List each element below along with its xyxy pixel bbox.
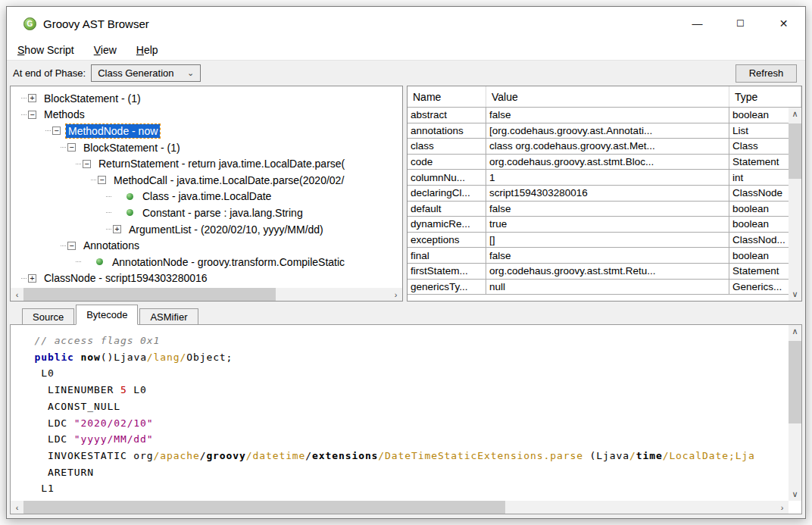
table-row-dynamicre-[interactable]: dynamicRe...trueboolean xyxy=(408,217,789,233)
tree-item-label: MethodNode - now xyxy=(66,124,160,138)
collapse-icon[interactable]: − xyxy=(67,242,76,250)
menu-help[interactable]: Help xyxy=(132,42,163,58)
tree-item-annotationnode[interactable]: AnnotationNode - groovy.transform.Compil… xyxy=(11,254,402,270)
tree-guide-line xyxy=(21,98,27,98)
tree-hscroll-track[interactable] xyxy=(23,288,389,301)
table-row-abstract[interactable]: abstractfalseboolean xyxy=(408,108,789,123)
scroll-left-icon[interactable]: ‹ xyxy=(11,288,23,301)
tree-item-methodcall[interactable]: −MethodCall - java.time.LocalDate.parse(… xyxy=(11,172,402,189)
tree-item-returnstatement[interactable]: −ReturnStatement - return java.time.Loca… xyxy=(11,155,402,172)
code-vertical-scrollbar[interactable]: ∧ ∨ xyxy=(789,325,801,501)
maximize-button[interactable]: ☐ xyxy=(719,7,762,40)
table-row-code[interactable]: codeorg.codehaus.groovy.ast.stmt.Bloc...… xyxy=(408,155,789,170)
collapse-icon[interactable]: − xyxy=(28,111,36,119)
expand-icon[interactable]: + xyxy=(28,274,36,283)
tree-item-label: AnnotationNode - groovy.transform.Compil… xyxy=(110,255,347,269)
tree-guide-line xyxy=(106,196,111,197)
table-cell: dynamicRe... xyxy=(408,217,486,232)
table-cell: [org.codehaus.groovy.ast.Annotati... xyxy=(486,123,729,139)
tree-item-label: MethodCall - java.time.LocalDate.parse(2… xyxy=(111,173,346,187)
code-line: INVOKESTATIC org/apache/groovy/datetime/… xyxy=(21,448,789,464)
tree-item-label: ClassNode - script1594303280016 xyxy=(42,271,210,285)
table-row-genericsty-[interactable]: genericsTy...nullGenerics... xyxy=(408,280,789,295)
tree-leaf-icon xyxy=(126,209,133,216)
menubar: Show ScriptViewHelp xyxy=(7,40,805,60)
properties-table-panel: NameValueType abstractfalsebooleanannota… xyxy=(407,86,802,302)
table-cell: null xyxy=(486,280,729,295)
tab-asmifier[interactable]: ASMifier xyxy=(139,308,198,325)
table-row-declaringcl-[interactable]: declaringCl...script1594303280016ClassNo… xyxy=(408,186,789,202)
collapse-icon[interactable]: − xyxy=(52,127,61,135)
code-horizontal-scrollbar[interactable]: ‹ › xyxy=(11,501,789,514)
tree-item-blockstatement[interactable]: +BlockStatement - (1) xyxy=(11,90,402,107)
table-cell: Class xyxy=(729,139,789,154)
main-area: +BlockStatement - (1)−Methods−MethodNode… xyxy=(7,86,805,518)
expand-icon[interactable]: + xyxy=(113,225,121,233)
maximize-icon: ☐ xyxy=(736,18,745,29)
code-hscroll-thumb[interactable] xyxy=(23,501,505,514)
collapse-icon[interactable]: − xyxy=(67,143,76,152)
tree-item-label: ArgumentList - (2020/02/10, yyyy/MM/dd) xyxy=(126,223,326,236)
table-row-annotations[interactable]: annotations[org.codehaus.groovy.ast.Anno… xyxy=(408,123,789,139)
refresh-button[interactable]: Refresh xyxy=(735,64,797,83)
tree-item-constant[interactable]: Constant - parse : java.lang.String xyxy=(11,205,402,221)
column-header-type[interactable]: Type xyxy=(729,86,801,107)
chevron-down-icon: ⌄ xyxy=(187,68,194,78)
table-vscroll-track[interactable] xyxy=(789,120,801,288)
table-row-final[interactable]: finalfalseboolean xyxy=(408,248,789,264)
bytecode-view[interactable]: // access flags 0x1 public now()Ljava/la… xyxy=(11,325,789,501)
tab-source[interactable]: Source xyxy=(22,308,74,325)
table-vscroll-thumb[interactable] xyxy=(789,123,801,179)
code-line: ARETURN xyxy=(21,464,789,481)
table-cell: List xyxy=(729,123,789,139)
tree-item-classnode[interactable]: +ClassNode - script1594303280016 xyxy=(11,270,402,287)
table-row-columnnu-[interactable]: columnNu...1int xyxy=(408,170,789,186)
phase-combobox[interactable]: Class Generation ⌄ xyxy=(91,64,201,82)
table-cell: boolean xyxy=(729,108,789,123)
scroll-right-icon[interactable]: › xyxy=(389,288,402,301)
table-vertical-scrollbar[interactable]: ∧ ∨ xyxy=(789,108,801,301)
properties-table-header: NameValueType xyxy=(408,86,801,108)
close-button[interactable]: ✕ xyxy=(762,7,805,40)
menu-show-script[interactable]: Show Script xyxy=(13,42,79,58)
table-row-firststatem-[interactable]: firstStatem...org.codehaus.groovy.ast.st… xyxy=(408,264,789,280)
code-line: ACONST_NULL xyxy=(21,398,789,415)
tab-bytecode[interactable]: Bytecode xyxy=(76,305,138,325)
tree-guide-line xyxy=(45,130,51,131)
tree-item-methodnode[interactable]: −MethodNode - now xyxy=(11,123,402,139)
table-cell: Statement xyxy=(729,264,789,279)
code-vscroll-track[interactable] xyxy=(789,338,801,488)
scroll-left-icon[interactable]: ‹ xyxy=(11,501,23,514)
table-row-class[interactable]: classclass org.codehaus.groovy.ast.Met..… xyxy=(408,139,789,155)
ast-tree: +BlockStatement - (1)−Methods−MethodNode… xyxy=(11,86,402,288)
tree-item-argumentlist[interactable]: +ArgumentList - (2020/02/10, yyyy/MM/dd) xyxy=(11,221,402,238)
table-cell: false xyxy=(486,202,729,217)
scroll-down-icon[interactable]: ∨ xyxy=(789,488,801,501)
code-vscroll-thumb[interactable] xyxy=(789,341,801,423)
tree-item-class[interactable]: Class - java.time.LocalDate xyxy=(11,189,402,205)
table-cell: code xyxy=(408,155,486,170)
code-hscroll-track[interactable] xyxy=(23,501,776,514)
expand-icon[interactable]: + xyxy=(28,94,36,102)
tree-item-label: Annotations xyxy=(81,239,142,252)
scroll-up-icon[interactable]: ∧ xyxy=(789,325,801,338)
table-cell: 1 xyxy=(486,170,729,185)
table-row-default[interactable]: defaultfalseboolean xyxy=(408,202,789,217)
tree-item-annotations[interactable]: −Annotations xyxy=(11,237,402,254)
tree-item-methods[interactable]: −Methods xyxy=(11,107,402,123)
menu-view[interactable]: View xyxy=(89,42,121,58)
scroll-down-icon[interactable]: ∨ xyxy=(789,288,801,301)
scroll-up-icon[interactable]: ∧ xyxy=(789,108,801,120)
tree-horizontal-scrollbar[interactable]: ‹ › xyxy=(11,288,402,301)
table-row-exceptions[interactable]: exceptions[]ClassNod... xyxy=(408,233,789,248)
code-line: LDC "2020/02/10" xyxy=(21,415,789,432)
column-header-name[interactable]: Name xyxy=(408,86,486,107)
column-header-value[interactable]: Value xyxy=(486,86,729,107)
collapse-icon[interactable]: − xyxy=(83,160,91,168)
tree-item-blockstatement[interactable]: −BlockStatement - (1) xyxy=(11,139,402,156)
minimize-button[interactable]: — xyxy=(676,7,719,40)
collapse-icon[interactable]: − xyxy=(98,176,106,184)
scroll-right-icon[interactable]: › xyxy=(776,501,789,514)
code-line: LINENUMBER 5 L0 xyxy=(21,382,789,398)
tree-hscroll-thumb[interactable] xyxy=(23,288,276,301)
